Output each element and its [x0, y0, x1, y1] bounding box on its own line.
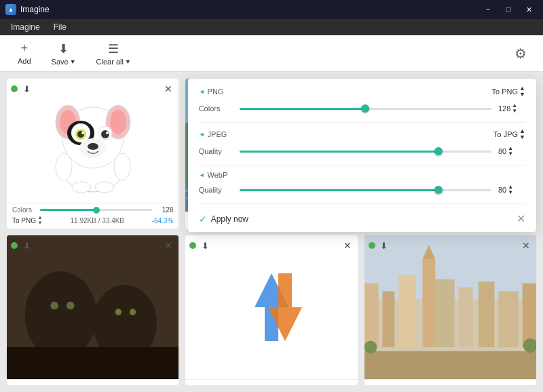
card-1-preview: [7, 79, 179, 203]
image-card-1: ⬇ ✕: [7, 79, 179, 229]
add-icon: +: [21, 41, 29, 56]
jpeg-quality-slider[interactable]: [240, 151, 491, 153]
download-btn-1[interactable]: ⬇: [20, 83, 33, 95]
svg-point-13: [106, 132, 109, 134]
arrows-image: [231, 267, 312, 348]
svg-rect-53: [364, 283, 379, 347]
add-label: Add: [18, 57, 31, 65]
minimize-button[interactable]: −: [479, 3, 497, 16]
clear-icon: ☰: [108, 41, 119, 56]
card-5-controls: ⬇: [189, 239, 211, 252]
png-colors-label: Colors: [199, 104, 233, 113]
card-1-slider-label: Colors: [12, 206, 36, 214]
jpeg-section-header: JPEG To JPG ▲▼: [199, 128, 525, 140]
save-label: Save: [52, 58, 69, 66]
card-1-savings: -64.3%: [152, 217, 174, 224]
svg-point-47: [130, 309, 136, 315]
webp-value-arrows: ▲▼: [508, 184, 513, 195]
png-slider-fill: [240, 108, 366, 110]
svg-rect-59: [458, 288, 472, 347]
svg-rect-56: [422, 259, 435, 347]
download-btn-6[interactable]: ⬇: [378, 239, 390, 252]
download-btn-5[interactable]: ⬇: [199, 239, 211, 252]
save-label-row: Save ▼: [52, 58, 76, 66]
panel-close-button[interactable]: ✕: [517, 212, 525, 225]
apply-checkmark-icon: ✓: [199, 214, 207, 224]
clear-arrow: ▼: [125, 58, 131, 65]
menu-file[interactable]: File: [47, 20, 73, 34]
close-card-1[interactable]: ✕: [162, 83, 174, 95]
add-button[interactable]: + Add: [10, 37, 39, 69]
panel-divider-1: [199, 122, 525, 123]
app-icon: ▲: [5, 4, 16, 15]
webp-section-title: WebP: [199, 171, 228, 179]
svg-point-64: [364, 340, 377, 353]
svg-point-46: [115, 309, 121, 315]
image-card-4: ⬇ ✕: [7, 235, 179, 385]
save-arrow: ▼: [70, 58, 76, 65]
jpeg-value-text: 80: [498, 147, 506, 155]
close-card-5[interactable]: ✕: [341, 239, 354, 252]
card-1-format[interactable]: To PNG ▲▼: [12, 215, 43, 226]
svg-point-45: [67, 302, 75, 310]
svg-point-42: [25, 271, 97, 359]
svg-point-16: [56, 153, 72, 180]
card-4-header: ⬇ ✕: [11, 239, 174, 252]
jpeg-format-select[interactable]: To JPG ▲▼: [493, 128, 525, 140]
svg-point-44: [50, 302, 58, 310]
jpeg-slider-row[interactable]: Quality 80 ▲▼: [199, 146, 525, 157]
clear-label-row: Clear all ▼: [96, 58, 131, 66]
png-colors-slider[interactable]: [240, 108, 491, 110]
jpeg-slider-value: 80 ▲▼: [498, 146, 525, 157]
settings-button[interactable]: ⚙: [508, 41, 533, 66]
png-format-select[interactable]: To PNG ▲▼: [492, 85, 525, 98]
close-button[interactable]: ✕: [520, 3, 538, 16]
cats-image: [7, 235, 179, 379]
apply-label: Apply now: [211, 214, 248, 224]
jpeg-slider-fill: [240, 151, 438, 153]
svg-point-5: [110, 110, 126, 134]
card-1-slider-track[interactable]: [40, 209, 152, 211]
webp-slider-thumb[interactable]: [434, 186, 443, 194]
webp-slider-row[interactable]: Quality 80 ▲▼: [199, 184, 525, 195]
clear-all-button[interactable]: ☰ Clear all ▼: [88, 37, 139, 70]
svg-rect-62: [522, 283, 536, 347]
svg-rect-55: [398, 275, 416, 347]
card-1-slider-row[interactable]: Colors 128: [12, 206, 173, 214]
apply-button[interactable]: ✓ Apply now: [199, 214, 248, 224]
jpeg-section-title: JPEG: [199, 130, 227, 138]
card-1-slider-thumb[interactable]: [93, 207, 100, 214]
jpeg-slider-thumb[interactable]: [434, 147, 443, 155]
card-1-format-label: To PNG: [12, 217, 36, 224]
close-card-4[interactable]: ✕: [162, 239, 174, 252]
settings-icon: ⚙: [514, 45, 527, 62]
status-dot-6: [369, 242, 375, 249]
png-format-label: To PNG: [492, 87, 519, 96]
card-6-preview: [364, 235, 536, 379]
svg-rect-61: [498, 291, 518, 347]
title-bar: ▲ Imagine − □ ✕: [0, 0, 543, 19]
jpeg-value-arrows: ▲▼: [508, 146, 513, 157]
jpeg-label: JPEG: [208, 130, 227, 138]
png-slider-row[interactable]: Colors 128 ▲▼: [199, 103, 525, 114]
webp-quality-slider[interactable]: [240, 189, 491, 191]
download-btn-4[interactable]: ⬇: [20, 239, 33, 252]
card-4-footer: [7, 379, 179, 385]
maximize-button[interactable]: □: [500, 3, 517, 16]
jpeg-quality-label: Quality: [199, 147, 233, 155]
card-4-preview: [7, 235, 179, 379]
close-card-6[interactable]: ✕: [520, 239, 532, 252]
panel-divider-2: [199, 165, 525, 165]
menu-imagine[interactable]: Imagine: [4, 20, 47, 34]
save-icon: ⬇: [58, 41, 69, 56]
svg-point-18: [72, 182, 91, 193]
card-1-header: ⬇ ✕: [11, 83, 174, 95]
apply-row: ✓ Apply now ✕: [199, 210, 525, 225]
card-6-controls: ⬇: [369, 239, 390, 252]
save-button[interactable]: ⬇ Save ▼: [43, 37, 84, 70]
png-slider-thumb[interactable]: [361, 104, 369, 113]
png-value-arrows: ▲▼: [512, 103, 517, 114]
toolbar: + Add ⬇ Save ▼ ☰ Clear all ▼ ⚙: [0, 35, 543, 72]
webp-label: WebP: [208, 171, 228, 179]
card-6-footer: [364, 379, 536, 385]
